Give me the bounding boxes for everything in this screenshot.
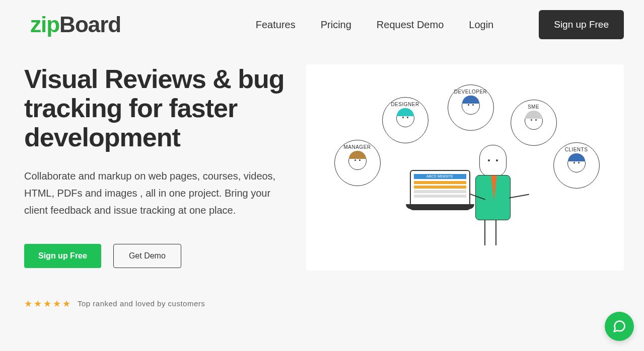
- avatar-icon: [567, 154, 586, 172]
- legs-icon: [484, 220, 496, 245]
- role-label: CLIENTS: [565, 147, 588, 152]
- nav-pricing[interactable]: Pricing: [321, 19, 351, 31]
- rating-stars: ★ ★ ★ ★ ★: [24, 298, 70, 309]
- role-bubble-manager: MANAGER: [334, 140, 381, 186]
- role-label: DESIGNER: [391, 102, 419, 107]
- role-bubble-sme: SME: [511, 100, 557, 146]
- avatar-icon: [525, 112, 543, 130]
- hero-illustration: MANAGER DESIGNER DEVELOPER SME CLIENTS: [306, 64, 624, 271]
- nav-features[interactable]: Features: [256, 19, 296, 31]
- arm-icon: [509, 194, 529, 199]
- role-bubble-developer: DEVELOPER: [448, 84, 494, 131]
- hero-subtitle: Collaborate and markup on web pages, cou…: [24, 167, 286, 219]
- star-icon: ★: [53, 298, 61, 309]
- role-bubble-designer: DESIGNER: [382, 97, 428, 143]
- star-icon: ★: [34, 298, 42, 309]
- get-demo-button[interactable]: Get Demo: [113, 244, 181, 268]
- site-header: zipBoard Features Pricing Request Demo L…: [0, 0, 644, 44]
- tie-icon: [491, 176, 497, 201]
- hero-content: Visual Reviews & bug tracking for faster…: [24, 64, 296, 309]
- laptop-icon: ABCD WEBSITE: [410, 170, 470, 210]
- role-label: SME: [528, 104, 539, 110]
- signup-button-header[interactable]: Sign up Free: [539, 10, 624, 39]
- nav-login[interactable]: Login: [469, 19, 493, 31]
- chat-icon: [612, 319, 626, 333]
- cta-row: Sign up Free Get Demo: [24, 244, 296, 268]
- star-icon: ★: [43, 298, 51, 309]
- nav-request-demo[interactable]: Request Demo: [377, 19, 444, 31]
- rating-row: ★ ★ ★ ★ ★ Top ranked and loved by custom…: [24, 298, 296, 309]
- chat-widget-button[interactable]: [605, 312, 634, 341]
- signup-button[interactable]: Sign up Free: [24, 244, 101, 268]
- avatar-icon: [396, 109, 414, 127]
- logo[interactable]: zipBoard: [30, 12, 121, 37]
- avatar-icon: [462, 97, 480, 115]
- roles-illustration: MANAGER DESIGNER DEVELOPER SME CLIENTS: [324, 74, 606, 260]
- logo-text-zip: zip: [30, 12, 59, 37]
- star-icon: ★: [24, 298, 32, 309]
- hero-section: Visual Reviews & bug tracking for faster…: [0, 44, 644, 309]
- avatar-icon: [348, 152, 367, 170]
- character-head-icon: [479, 145, 507, 177]
- logo-text-board: Board: [59, 12, 121, 37]
- role-bubble-clients: CLIENTS: [553, 142, 600, 189]
- character-body: [475, 175, 511, 220]
- role-label: DEVELOPER: [454, 89, 487, 95]
- star-icon: ★: [62, 298, 70, 309]
- rating-text: Top ranked and loved by customers: [78, 299, 205, 308]
- laptop-screen-title: ABCD WEBSITE: [414, 174, 466, 179]
- main-nav: Features Pricing Request Demo Login Sign…: [256, 10, 624, 39]
- hero-title: Visual Reviews & bug tracking for faster…: [24, 64, 296, 152]
- role-label: MANAGER: [343, 144, 371, 150]
